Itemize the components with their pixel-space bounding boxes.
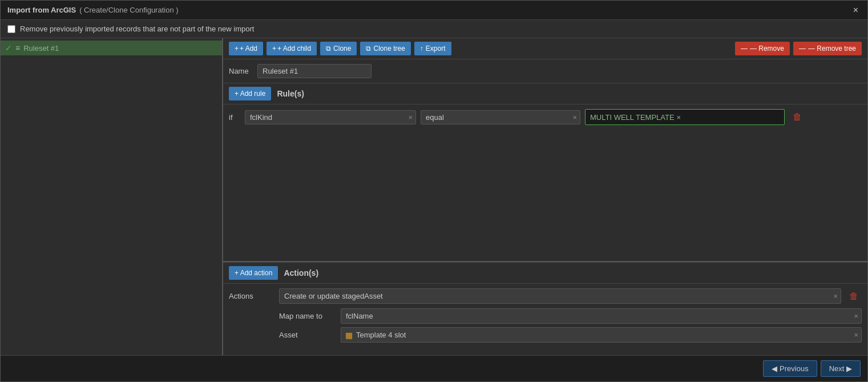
export-icon: ↑	[420, 45, 423, 53]
asset-row: Asset ▦ ×	[229, 327, 862, 343]
field-input[interactable]	[245, 110, 416, 124]
dialog-subtitle: ( Create/Clone Configuration )	[79, 6, 178, 14]
list-icon: ≡	[15, 43, 20, 53]
remove-tree-button[interactable]: — — Remove tree	[793, 42, 862, 55]
actions-section-title: Action(s)	[284, 268, 318, 278]
delete-action-button[interactable]: 🗑	[846, 290, 862, 303]
dialog: Import from ArcGIS ( Create/Clone Config…	[0, 0, 868, 382]
rules-section: + Add rule Rule(s) if × ×	[223, 83, 867, 262]
clear-action-button[interactable]: ×	[833, 292, 838, 300]
actions-select-container: Create or update stagedAsset ×	[279, 288, 841, 304]
actions-label: Actions	[229, 292, 274, 300]
add-child-button[interactable]: + + Add child	[267, 42, 317, 55]
name-row: Name	[223, 59, 867, 83]
remove-button[interactable]: — — Remove	[735, 42, 790, 55]
rule-row: if × × MULTI WELL TEMPLATE	[229, 109, 862, 125]
export-button[interactable]: ↑ Export	[414, 42, 451, 55]
actions-body: Actions Create or update stagedAsset × 🗑…	[223, 284, 867, 351]
remove-tree-icon: —	[799, 45, 806, 53]
close-button[interactable]: ×	[851, 5, 861, 15]
add-rule-button[interactable]: + Add rule	[229, 87, 271, 100]
copy-tree-icon: ⧉	[366, 45, 371, 53]
add-child-icon: +	[272, 45, 276, 53]
clear-operator-button[interactable]: ×	[572, 114, 577, 121]
value-container: MULTI WELL TEMPLATE ×	[585, 109, 785, 125]
check-icon: ✓	[5, 43, 12, 53]
footer: ◀ Previous Next ▶	[1, 355, 867, 381]
asset-input-container: ▦ ×	[341, 327, 862, 343]
clear-map-name-button[interactable]: ×	[854, 312, 858, 320]
remove-icon: —	[741, 45, 748, 53]
rules-body: if × × MULTI WELL TEMPLATE	[223, 104, 867, 261]
clear-field-button[interactable]: ×	[408, 114, 413, 121]
previous-button[interactable]: ◀ Previous	[763, 360, 817, 377]
value-tag: MULTI WELL TEMPLATE ×	[590, 113, 681, 122]
map-name-input[interactable]	[341, 308, 862, 324]
remove-records-label: Remove previously imported records that …	[20, 25, 254, 33]
asset-input[interactable]	[341, 327, 862, 343]
copy-icon: ⧉	[326, 45, 331, 53]
add-action-button[interactable]: + Add action	[229, 266, 278, 280]
add-icon: +	[235, 45, 239, 53]
clear-value-button[interactable]: ×	[677, 114, 681, 121]
clone-button[interactable]: ⧉ Clone	[320, 42, 357, 55]
title-bar: Import from ArcGIS ( Create/Clone Config…	[1, 1, 867, 20]
name-label: Name	[229, 67, 252, 75]
actions-value-input[interactable]: Create or update stagedAsset	[279, 288, 841, 304]
actions-header: + Add action Action(s)	[223, 262, 867, 284]
value-display: MULTI WELL TEMPLATE ×	[585, 109, 785, 125]
name-input[interactable]	[257, 64, 372, 78]
map-name-input-container: ×	[341, 308, 862, 324]
clone-tree-button[interactable]: ⧉ Clone tree	[360, 42, 410, 55]
clear-asset-button[interactable]: ×	[854, 331, 858, 339]
operator-container: ×	[421, 110, 580, 124]
remove-records-checkbox[interactable]	[7, 25, 15, 33]
operator-input[interactable]	[421, 110, 580, 124]
top-checkbox-row: Remove previously imported records that …	[1, 20, 867, 38]
top-toolbar: + + Add + + Add child ⧉ Clone ⧉ Clone tr…	[223, 38, 867, 59]
dialog-title: Import from ArcGIS	[7, 6, 76, 14]
rules-header: + Add rule Rule(s)	[223, 83, 867, 104]
if-label: if	[229, 113, 240, 122]
left-panel: ✓ ≡ Ruleset #1	[1, 38, 223, 355]
right-panel: + + Add + + Add child ⧉ Clone ⧉ Clone tr…	[223, 38, 867, 355]
main-content: ✓ ≡ Ruleset #1 + + Add + + Add child ⧉ C…	[1, 38, 867, 355]
add-button[interactable]: + + Add	[229, 42, 263, 55]
actions-row: Actions Create or update stagedAsset × 🗑	[229, 288, 862, 304]
value-text: MULTI WELL TEMPLATE	[590, 113, 675, 122]
delete-rule-button[interactable]: 🗑	[789, 111, 805, 123]
rules-section-title: Rule(s)	[277, 89, 304, 98]
tree-item-label: Ruleset #1	[23, 44, 59, 53]
next-button[interactable]: Next ▶	[821, 360, 861, 377]
map-name-row: Map name to ×	[229, 308, 862, 324]
asset-label: Asset	[279, 331, 336, 339]
tree-item-ruleset1[interactable]: ✓ ≡ Ruleset #1	[1, 41, 222, 55]
map-name-label: Map name to	[279, 312, 336, 320]
actions-section: + Add action Action(s) Actions Create or…	[223, 262, 867, 355]
field-container: ×	[245, 110, 416, 124]
